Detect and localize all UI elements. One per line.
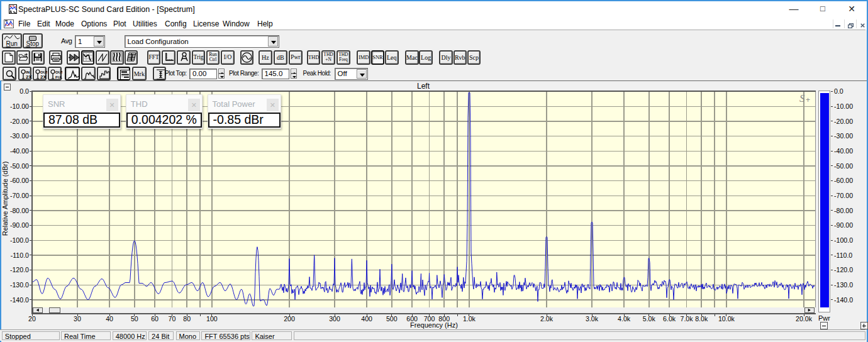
svg-text:3.0k: 3.0k	[586, 315, 599, 323]
svg-text:6.0k: 6.0k	[663, 315, 676, 323]
svg-text:-40.00: -40.00	[10, 147, 29, 155]
svg-text:60: 60	[151, 315, 159, 323]
svg-text:-10.00: -10.00	[834, 102, 853, 110]
svg-text:OUT: OUT	[55, 70, 62, 74]
svg-text:Frequency (Hz): Frequency (Hz)	[410, 321, 458, 329]
svg-text:8.0k: 8.0k	[695, 315, 708, 323]
svg-text:Left: Left	[417, 82, 430, 91]
svg-text:70: 70	[169, 315, 176, 323]
svg-text:7.0k: 7.0k	[680, 315, 693, 323]
svg-text:10.0k: 10.0k	[718, 315, 735, 323]
svg-text:-100.0: -100.0	[10, 236, 29, 244]
svg-text:2X: 2X	[40, 74, 47, 80]
svg-text:-90.00: -90.00	[10, 221, 29, 229]
svg-text:-120.0: -120.0	[10, 266, 29, 273]
svg-text:80: 80	[183, 315, 191, 323]
svg-text:50: 50	[131, 315, 138, 323]
svg-text:-40.00: -40.00	[834, 147, 853, 155]
svg-text:Relative Amplitude (dBr): Relative Amplitude (dBr)	[1, 162, 9, 236]
svg-text:-100.0: -100.0	[834, 236, 853, 244]
svg-text:-130.0: -130.0	[10, 281, 29, 289]
svg-text:-80.00: -80.00	[834, 207, 853, 214]
svg-text:1.0k: 1.0k	[463, 315, 476, 323]
svg-text:200: 200	[284, 315, 295, 323]
svg-text:500: 500	[386, 315, 398, 323]
svg-text:-120.0: -120.0	[834, 266, 853, 273]
svg-text:5.0k: 5.0k	[643, 315, 656, 323]
svg-text:-30.00: -30.00	[834, 132, 853, 140]
svg-text:30: 30	[74, 315, 81, 323]
svg-text:-80.00: -80.00	[10, 207, 29, 214]
svg-text:-60.00: -60.00	[834, 177, 853, 184]
svg-text:-60.00: -60.00	[10, 177, 29, 184]
svg-text:40: 40	[106, 315, 113, 323]
svg-text:0.0: 0.0	[834, 87, 843, 95]
svg-text:-90.00: -90.00	[834, 221, 853, 229]
svg-text:-20.00: -20.00	[10, 118, 29, 125]
svg-text:300: 300	[329, 315, 340, 323]
svg-text:0.0: 0.0	[19, 87, 29, 95]
svg-text:-110.0: -110.0	[11, 251, 29, 259]
svg-text:-110.0: -110.0	[834, 251, 852, 259]
svg-text:-50.00: -50.00	[10, 162, 29, 170]
svg-text:+: +	[806, 96, 810, 104]
svg-text:Pwr: Pwr	[818, 314, 830, 322]
svg-text:100: 100	[206, 315, 218, 323]
svg-text:-130.0: -130.0	[834, 281, 853, 289]
svg-text:2X: 2X	[26, 74, 32, 80]
svg-text:-70.00: -70.00	[10, 192, 29, 199]
svg-text:S: S	[799, 92, 805, 104]
svg-text:FULL: FULL	[55, 75, 62, 79]
svg-text:-70.00: -70.00	[834, 192, 853, 199]
svg-text:-140.0: -140.0	[834, 296, 853, 304]
svg-text:400: 400	[361, 315, 372, 323]
svg-text:4.0k: 4.0k	[618, 315, 631, 323]
svg-text:20: 20	[28, 315, 36, 323]
svg-text:20.0k: 20.0k	[796, 315, 813, 323]
svg-text:-20.00: -20.00	[834, 118, 853, 125]
svg-text:2.0k: 2.0k	[540, 315, 554, 323]
svg-text:-10.00: -10.00	[10, 102, 29, 110]
svg-text:-140.0: -140.0	[10, 296, 29, 304]
svg-text:-50.00: -50.00	[834, 162, 853, 170]
svg-text:-30.00: -30.00	[10, 132, 29, 140]
